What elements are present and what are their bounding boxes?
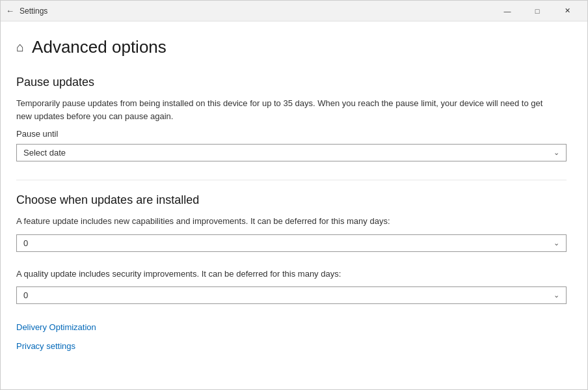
quality-update-label: A quality update includes security impro…: [16, 268, 550, 281]
pause-until-label: Pause until: [16, 129, 567, 139]
content-area: ⌂ Advanced options Pause updates Tempora…: [1, 21, 587, 389]
pause-updates-title: Pause updates: [16, 76, 567, 89]
close-button[interactable]: ✕: [552, 1, 582, 21]
feature-update-chevron-icon: ⌄: [554, 239, 559, 247]
title-bar-title: Settings: [20, 7, 47, 16]
settings-window: ← Settings — □ ✕ ⌂ Advanced options Paus…: [0, 0, 588, 390]
title-bar-controls: — □ ✕: [492, 1, 582, 21]
feature-update-label: A feature update includes new capabiliti…: [16, 215, 550, 228]
links-section: Delivery Optimization Privacy settings: [16, 322, 567, 351]
page-header: ⌂ Advanced options: [16, 37, 567, 57]
select-date-chevron-icon: ⌄: [554, 148, 559, 157]
feature-update-value: 0: [23, 238, 28, 248]
divider-1: [16, 180, 567, 180]
quality-update-dropdown[interactable]: 0 ⌄: [16, 286, 567, 304]
quality-update-chevron-icon: ⌄: [554, 291, 559, 299]
pause-updates-section: Pause updates Temporarily pause updates …: [16, 76, 567, 161]
maximize-button[interactable]: □: [522, 1, 552, 21]
main-content: ⌂ Advanced options Pause updates Tempora…: [1, 21, 587, 389]
title-bar-left: ← Settings: [1, 6, 47, 16]
delivery-optimization-link[interactable]: Delivery Optimization: [16, 322, 567, 332]
privacy-settings-link[interactable]: Privacy settings: [16, 341, 567, 351]
choose-updates-title: Choose when updates are installed: [16, 193, 567, 207]
pause-updates-description: Temporarily pause updates from being ins…: [16, 97, 550, 122]
page-title: Advanced options: [32, 37, 167, 57]
choose-updates-section: Choose when updates are installed A feat…: [16, 193, 567, 304]
select-date-dropdown[interactable]: Select date ⌄: [16, 144, 567, 161]
home-icon[interactable]: ⌂: [16, 40, 24, 55]
quality-update-value: 0: [23, 290, 28, 300]
back-button[interactable]: ←: [6, 6, 14, 16]
minimize-button[interactable]: —: [492, 1, 522, 21]
feature-update-dropdown[interactable]: 0 ⌄: [16, 234, 567, 252]
title-bar: ← Settings — □ ✕: [1, 1, 587, 21]
select-date-value: Select date: [23, 148, 66, 158]
